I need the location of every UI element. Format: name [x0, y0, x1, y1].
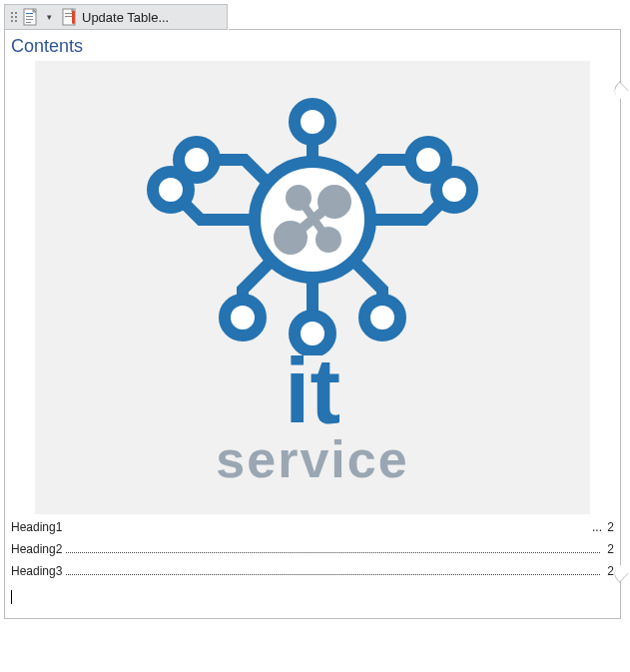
toc-entry[interactable]: Heading3 2 [11, 564, 614, 578]
toc-entry-page: 2 [602, 564, 614, 578]
svg-point-15 [225, 300, 261, 336]
update-table-button[interactable]: Update Table... [58, 7, 173, 27]
toc-entry-label: Heading3 [11, 564, 64, 578]
network-icon [133, 86, 492, 355]
logo-image: it service [35, 61, 590, 514]
toc-entry[interactable]: Heading1 ... 2 [11, 520, 614, 534]
svg-rect-7 [65, 16, 72, 17]
svg-point-24 [320, 232, 336, 248]
svg-rect-8 [72, 11, 75, 23]
logo-text-service: service [216, 429, 408, 489]
toc-entry[interactable]: Heading2 2 [11, 542, 614, 556]
logo-text-it: it [285, 349, 340, 432]
toc-leader [66, 564, 600, 575]
svg-point-12 [436, 172, 472, 208]
toc-entry-label: Heading2 [11, 542, 64, 556]
svg-point-23 [291, 190, 307, 206]
toc-toolbar: ▾ Update Table... [4, 4, 228, 30]
toc-entry-label: Heading1 [11, 520, 64, 534]
drag-grip-icon[interactable] [9, 11, 19, 23]
svg-point-13 [364, 300, 400, 336]
toc-ellipsis: ... [592, 520, 602, 534]
svg-point-17 [179, 142, 215, 178]
svg-point-9 [72, 22, 74, 24]
toc-entry-page: 2 [602, 542, 614, 556]
text-cursor-line[interactable] [11, 586, 614, 600]
document-canvas: Contents [4, 30, 621, 619]
text-cursor [11, 590, 12, 604]
svg-rect-6 [65, 13, 72, 14]
toc-leader [66, 542, 600, 553]
frame-notch-top [610, 81, 628, 99]
svg-point-10 [295, 104, 330, 140]
chevron-down-icon[interactable]: ▾ [43, 12, 56, 22]
svg-rect-1 [26, 13, 33, 14]
toc-list: Heading1 ... 2 Heading2 2 Heading3 2 [11, 520, 614, 578]
svg-point-20 [279, 226, 303, 250]
svg-rect-3 [26, 19, 33, 20]
update-table-icon [62, 8, 78, 26]
svg-rect-2 [26, 16, 33, 17]
svg-rect-4 [26, 22, 31, 23]
update-table-label: Update Table... [82, 10, 169, 25]
svg-point-21 [322, 190, 346, 214]
toc-entry-page: 2 [602, 520, 614, 534]
contents-heading: Contents [11, 36, 618, 57]
toc-leader [66, 521, 590, 531]
toc-style-button[interactable] [21, 7, 41, 27]
